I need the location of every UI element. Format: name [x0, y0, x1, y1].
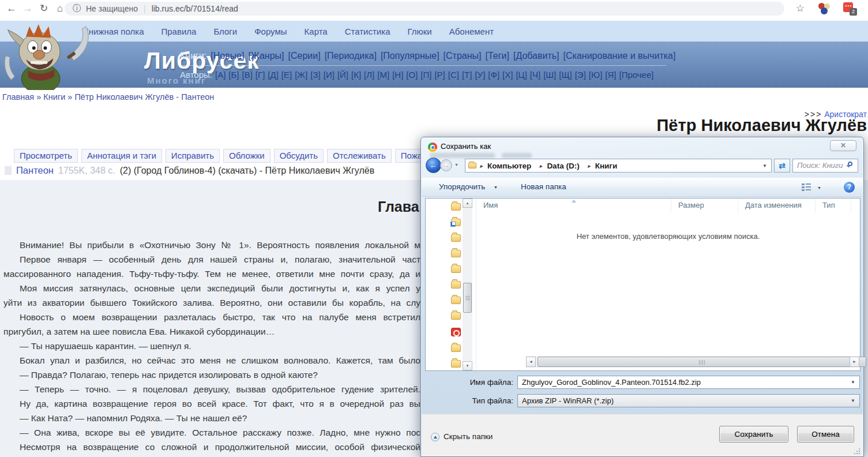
path-dropdown-icon[interactable]: ▼: [762, 163, 771, 168]
author-letter-link[interactable]: [Ф]: [488, 70, 499, 80]
author-letter-link[interactable]: [В]: [242, 70, 253, 80]
filename-input[interactable]: Zhgulyov_Gorod_Goblinov_4.Panteon.701514…: [517, 376, 860, 389]
author-letter-link[interactable]: [Ж]: [295, 70, 307, 80]
dialog-back-button[interactable]: ←: [426, 158, 441, 173]
organize-menu[interactable]: Упорядочить: [439, 182, 485, 191]
goblin-mascot[interactable]: [0, 22, 121, 90]
author-letter-link[interactable]: [З]: [310, 70, 320, 80]
hide-folders-icon[interactable]: [431, 433, 439, 441]
scrollbar-thumb[interactable]: [463, 283, 472, 313]
column-header[interactable]: Дата изменения: [738, 198, 816, 212]
books-nav-link[interactable]: [Популярные]: [381, 51, 439, 61]
dialog-forward-button[interactable]: →: [440, 159, 452, 171]
sidebar-folder-icon[interactable]: [451, 234, 461, 242]
scroll-down-icon[interactable]: ▼: [463, 361, 472, 370]
book-tab[interactable]: Обложки: [223, 149, 270, 163]
save-button[interactable]: Сохранить: [719, 426, 788, 443]
books-nav-link[interactable]: [Периодика]: [325, 51, 377, 61]
folder-path-bar[interactable]: ▸Компьютер▸Data (D:)▸Книги ▼: [465, 159, 772, 173]
book-tab[interactable]: Обсудить: [274, 149, 324, 163]
cancel-button[interactable]: Отмена: [797, 426, 854, 443]
view-dropdown-icon[interactable]: ▼: [817, 186, 821, 190]
author-letter-link[interactable]: [И]: [324, 70, 335, 80]
book-tab[interactable]: Просмотреть: [14, 149, 78, 163]
address-bar[interactable]: ⓘ Не защищено | lib.rus.ec/b/701514/read: [65, 2, 784, 16]
author-letter-link[interactable]: [Б]: [228, 70, 239, 80]
author-letter-link[interactable]: [О]: [406, 70, 418, 80]
author-letter-link[interactable]: [Ч]: [530, 70, 540, 80]
author-letter-link[interactable]: [Г]: [255, 70, 265, 80]
hide-folders-button[interactable]: Скрыть папки: [444, 432, 493, 441]
browser-forward-icon[interactable]: →: [21, 2, 35, 16]
filename-dropdown-icon[interactable]: ▼: [851, 380, 855, 385]
breadcrumb-books-link[interactable]: Книги: [43, 92, 65, 102]
book-tab[interactable]: Исправить: [166, 149, 220, 163]
author-letter-link[interactable]: [Д]: [268, 70, 279, 80]
search-icon[interactable]: [848, 162, 852, 166]
books-nav-link[interactable]: [Сканирование и вычитка]: [563, 51, 676, 61]
scroll-left-icon[interactable]: ◄: [526, 357, 536, 367]
author-letter-link[interactable]: [Ц]: [516, 70, 527, 80]
horizontal-scrollbar[interactable]: ◄ ►: [526, 356, 859, 368]
sidebar-folder-icon[interactable]: [451, 265, 461, 273]
site-menu-link[interactable]: Правила: [161, 27, 196, 36]
site-menu-link[interactable]: Карта: [305, 27, 328, 36]
sidebar-folder-icon[interactable]: [451, 344, 461, 352]
sidebar-folder-icon[interactable]: [451, 281, 461, 289]
author-letter-link[interactable]: [Я]: [605, 70, 616, 80]
scroll-right-icon[interactable]: ►: [850, 357, 859, 367]
breadcrumb-home-link[interactable]: Главная: [2, 92, 34, 102]
bookmark-star-icon[interactable]: ☆: [796, 2, 805, 14]
book-tab[interactable]: Отслеживать: [327, 149, 392, 163]
book-title-link[interactable]: Пантеон: [16, 165, 54, 176]
new-folder-button[interactable]: Новая папка: [521, 182, 566, 191]
path-segment[interactable]: ▸Книги: [584, 159, 622, 172]
sidebar-folder-icon[interactable]: [451, 297, 461, 304]
close-icon[interactable]: ✕: [830, 140, 856, 151]
books-nav-link[interactable]: [Теги]: [486, 51, 509, 61]
extension-spheres-icon[interactable]: [818, 3, 830, 14]
site-menu-link[interactable]: Абонемент: [449, 27, 494, 36]
info-icon[interactable]: ⓘ: [73, 3, 81, 14]
scroll-up-icon[interactable]: ▲: [463, 198, 472, 208]
sidebar-folder-icon[interactable]: [451, 312, 461, 320]
filetype-dropdown-icon[interactable]: ▼: [851, 398, 855, 403]
column-header[interactable]: Тип: [816, 198, 851, 212]
organize-dropdown-icon[interactable]: ▼: [494, 185, 498, 189]
books-nav-link[interactable]: [Жанры]: [249, 51, 284, 61]
author-letter-link[interactable]: [Э]: [575, 70, 586, 80]
author-letter-link[interactable]: [Е]: [281, 70, 292, 80]
help-icon[interactable]: ?: [844, 182, 855, 193]
column-header[interactable]: Размер: [671, 198, 738, 212]
path-segment[interactable]: ▸Компьютер: [476, 159, 536, 172]
author-letter-link[interactable]: [Н]: [392, 70, 403, 80]
sidebar-folder-icon[interactable]: [451, 203, 461, 211]
history-dropdown-icon[interactable]: ▼: [454, 163, 459, 167]
browser-back-icon[interactable]: ←: [5, 2, 18, 16]
url-text[interactable]: lib.rus.ec/b/701514/read: [152, 4, 238, 13]
sidebar-scrollbar[interactable]: ▲ ▼: [463, 198, 472, 370]
author-letter-link[interactable]: [Й]: [337, 70, 348, 80]
refresh-icon[interactable]: ⇄: [774, 159, 790, 173]
author-letter-link[interactable]: [Т]: [462, 70, 472, 80]
author-letter-link[interactable]: [А]: [215, 70, 226, 80]
sidebar-folder-icon[interactable]: [451, 360, 461, 368]
path-segment[interactable]: ▸Data (D:): [536, 159, 584, 172]
author-letter-link[interactable]: [П]: [420, 70, 431, 80]
author-letter-link[interactable]: [М]: [377, 70, 389, 80]
site-menu-link[interactable]: Блоги: [213, 27, 237, 36]
books-nav-link[interactable]: [Новые]: [211, 51, 244, 61]
sidebar-folder-icon[interactable]: [451, 219, 461, 226]
filetype-select[interactable]: Архив ZIP - WinRAR (*.zip): [517, 394, 860, 407]
sidebar-folder-icon[interactable]: [451, 250, 461, 257]
author-letter-link[interactable]: [К]: [351, 70, 361, 80]
site-menu-link[interactable]: Форумы: [254, 27, 287, 36]
book-tab[interactable]: Аннотация и тэги: [81, 149, 162, 163]
books-nav-link[interactable]: [Добавить]: [513, 51, 559, 61]
browser-reload-icon[interactable]: ↻: [37, 2, 51, 16]
sidebar-folder-icon[interactable]: [451, 328, 461, 336]
author-letter-link[interactable]: [Ш]: [543, 70, 556, 80]
books-nav-link[interactable]: [Страны]: [444, 51, 482, 61]
author-letter-link[interactable]: [Прочее]: [619, 70, 654, 80]
books-nav-link[interactable]: [Серии]: [288, 51, 321, 61]
